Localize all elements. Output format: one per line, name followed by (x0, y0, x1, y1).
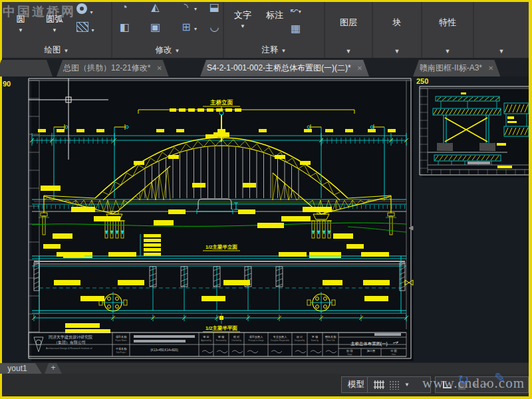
svg-text:主桥总体布置图(一): 主桥总体布置图(一) (350, 341, 387, 346)
grid-icon[interactable] (389, 380, 400, 390)
draw-panel-label[interactable]: 绘图▼ (2, 45, 111, 56)
ribbon-panel-block[interactable]: 块 ▼ (373, 2, 421, 58)
file-tab-3-label: 赣南图框-II标-A3* (420, 63, 482, 74)
file-tab-partial[interactable] (0, 60, 53, 76)
snap-grid-group: ▼ (367, 376, 431, 393)
svg-text:Reviewed by: Reviewed by (215, 339, 227, 342)
layout-tab-bar: yout1 + (2, 362, 529, 374)
svg-text:复 核: 复 核 (312, 335, 319, 338)
offset-icon[interactable]: ◡ (206, 19, 222, 35)
chevron-down-icon[interactable]: ▾ (299, 9, 301, 15)
file-tab-3[interactable]: 赣南图框-II标-A3* ✕ (413, 60, 500, 76)
dimension-button-label: 标注 (266, 10, 283, 20)
fillet-icon[interactable]: ◝ (178, 0, 194, 15)
svg-text:阶 段: 阶 段 (346, 349, 353, 352)
svg-text:Project Name: Project Name (116, 339, 127, 342)
chevron-down-icon[interactable]: ▼ (474, 48, 529, 55)
svg-text:Exam by: Exam by (311, 339, 319, 342)
svg-text:项目名称: 项目名称 (116, 335, 128, 338)
ribbon: 圆 ▼ 圆弧 ▼ ▾ ▾ 绘图▼ ◔ ◭ ◝▾ (2, 2, 529, 58)
chevron-down-icon[interactable]: ▼ (325, 48, 372, 55)
drawing-canvas[interactable]: 同济大学建筑设计研究院（集团）有限公司Architectural Design … (2, 76, 529, 362)
ribbon-panel-layer[interactable]: 图层 ▼ (325, 2, 372, 58)
svg-text:专业负责人: 专业负责人 (273, 335, 288, 338)
file-tab-bar: 总图（拱肋）12-21修改* ✕ S4-2-1-001-002-主桥总体布置图(… (2, 58, 529, 76)
chevron-down-icon[interactable]: ▾ (194, 26, 197, 32)
half-plan-label: 1/2主梁半平面 (205, 325, 237, 331)
chevron-down-icon[interactable]: ▼ (422, 48, 473, 55)
mirror-icon[interactable]: ◭ (147, 0, 163, 15)
layout-tab[interactable]: yout1 (0, 363, 42, 374)
svg-text:Stage: Stage (347, 353, 352, 356)
annotate-panel-label[interactable]: 注释▼ (224, 45, 324, 56)
chevron-down-icon[interactable]: ▾ (194, 6, 197, 12)
erase-icon[interactable]: ◔ (116, 0, 132, 15)
svg-text:子项名称: 子项名称 (116, 347, 128, 350)
svg-text:Date: Date (392, 353, 396, 356)
application-window: 圆 ▼ 圆弧 ▼ ▾ ▾ 绘图▼ ◔ ◭ ◝▾ (0, 0, 532, 399)
svg-text:(K13+450,K14+820): (K13+450,K14+820) (150, 348, 178, 352)
refresh-icon: ↻ (457, 371, 469, 388)
svg-text:同济大学建筑设计研究院: 同济大学建筑设计研究院 (49, 334, 92, 340)
svg-text:审 定: 审 定 (203, 335, 209, 338)
half-elevation-label: 1/2主梁半立面 (205, 244, 237, 250)
chevron-down-icon[interactable]: ▼ (39, 25, 70, 35)
array-icon[interactable]: ⊞ (178, 19, 194, 35)
ribbon-panel-annotate: 文字 ▼ 标注 ↜▾ ▦ 注释▼ (224, 2, 324, 58)
donut-button[interactable]: ▾ (76, 3, 92, 17)
coord-label-left: 90 (3, 80, 11, 88)
svg-text:Principal in charge: Principal in charge (248, 339, 263, 342)
trim-icon[interactable]: ◧ (116, 19, 132, 35)
chevron-down-icon[interactable]: ▼ (404, 382, 410, 388)
file-tab-2-label: S4-2-1-001-002-主桥总体布置图(一)(二)* (207, 63, 351, 74)
scale-icon[interactable]: ▣ (147, 19, 163, 35)
hatch-button[interactable]: ▾ (76, 22, 94, 35)
svg-text:日 期: 日 期 (390, 349, 397, 352)
rotate-icon[interactable]: ⬓ (206, 0, 222, 15)
ribbon-panel-modify: ◔ ◭ ◝▾ ⬓ ◧ ▣ ⊞▾ ◡ 修改▼ (112, 2, 223, 58)
file-tab-1-label: 总图（拱肋）12-21修改* (63, 63, 150, 74)
watermark-top-left: 中国道桥网 (3, 3, 76, 21)
leader-button[interactable]: ↜▾ (291, 5, 301, 15)
elevation-title: 主桥立面 (210, 99, 233, 106)
chevron-down-icon[interactable]: ▼ (373, 48, 421, 55)
chevron-down-icon: ▼ (64, 48, 69, 54)
chevron-down-icon[interactable]: ▼ (7, 25, 34, 35)
close-icon[interactable]: ✕ (156, 65, 162, 72)
coord-label-right: 250 (416, 77, 428, 85)
svg-text:Discipline Responsible: Discipline Responsible (271, 339, 290, 342)
svg-text:Designed by: Designed by (295, 339, 305, 342)
block-panel-label: 块 (373, 17, 421, 29)
add-layout-button[interactable]: + (45, 363, 62, 374)
pencil-icon: ✎ (494, 370, 506, 386)
svg-text:Checked by: Checked by (231, 339, 241, 342)
text-button[interactable]: 文字 ▼ (231, 10, 255, 31)
chevron-down-icon[interactable]: ▼ (231, 21, 255, 31)
watermark-bottom-right: www.cndao.com ↻ ✎ (422, 375, 525, 392)
chevron-down-icon[interactable]: ▾ (90, 9, 92, 15)
svg-text:Sub-Project: Sub-Project (116, 351, 126, 354)
dimension-button[interactable]: 标注 (261, 10, 288, 20)
donut-icon (76, 3, 87, 14)
svg-text:校 对: 校 对 (233, 335, 240, 338)
table-button[interactable]: ▦ (291, 22, 301, 35)
svg-text:Architectural Design & Researc: Architectural Design & Research Institut… (46, 347, 92, 350)
properties-panel-label: 特性 (422, 17, 473, 29)
svg-text:施工图: 施工图 (367, 349, 376, 352)
chevron-down-icon: ▼ (281, 48, 287, 54)
modify-panel-label[interactable]: 修改▼ (112, 45, 223, 56)
ribbon-panel-properties[interactable]: 特性 ▼ (422, 2, 473, 58)
svg-text:图纸名称: 图纸名称 (325, 335, 337, 338)
svg-text:Approved by: Approved by (201, 339, 211, 342)
svg-text:设 计: 设 计 (297, 335, 303, 338)
snap-icon[interactable] (374, 380, 384, 390)
file-tab-2-active[interactable]: S4-2-1-001-002-主桥总体布置图(一)(二)* ✕ (200, 60, 369, 76)
file-tab-1[interactable]: 总图（拱肋）12-21修改* ✕ (57, 60, 169, 76)
ribbon-panel-groups[interactable]: ▼ (474, 2, 529, 58)
layer-panel-label: 图层 (325, 17, 372, 29)
chevron-down-icon[interactable]: ▾ (91, 27, 94, 33)
svg-text:项目负责人: 项目负责人 (249, 335, 264, 338)
close-icon[interactable]: ✕ (357, 65, 362, 72)
close-icon[interactable]: ✕ (488, 65, 493, 72)
chevron-down-icon: ▼ (175, 48, 180, 54)
